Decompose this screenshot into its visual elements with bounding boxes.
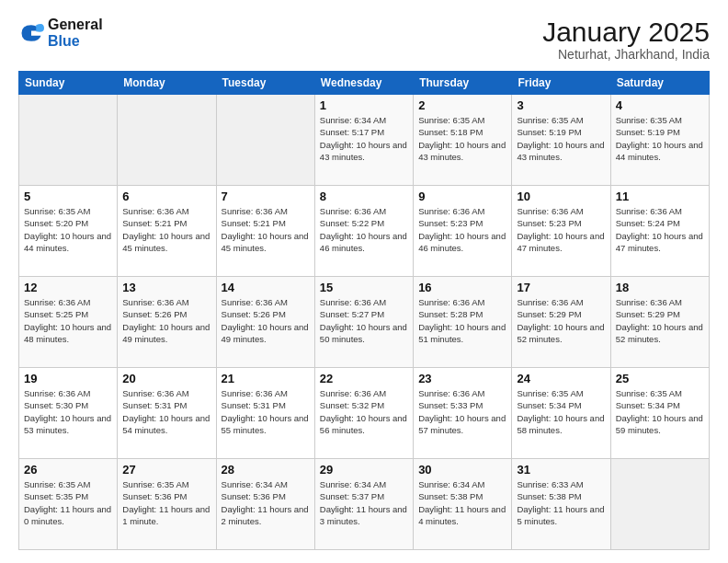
calendar-cell: 29Sunrise: 6:34 AMSunset: 5:37 PMDayligh… <box>314 459 413 550</box>
day-number: 12 <box>24 281 112 294</box>
calendar-week-4: 19Sunrise: 6:36 AMSunset: 5:30 PMDayligh… <box>19 368 710 459</box>
day-number: 23 <box>418 372 506 385</box>
day-number: 25 <box>616 372 704 385</box>
calendar-cell: 13Sunrise: 6:36 AMSunset: 5:26 PMDayligh… <box>118 277 216 368</box>
calendar-cell: 7Sunrise: 6:36 AMSunset: 5:21 PMDaylight… <box>216 186 314 277</box>
day-number: 14 <box>222 281 310 294</box>
day-number: 11 <box>616 190 704 203</box>
calendar-cell: 5Sunrise: 6:35 AMSunset: 5:20 PMDaylight… <box>19 186 118 277</box>
calendar-cell: 19Sunrise: 6:36 AMSunset: 5:30 PMDayligh… <box>19 368 118 459</box>
cell-info: Sunrise: 6:35 AMSunset: 5:19 PMDaylight:… <box>517 114 605 163</box>
cell-info: Sunrise: 6:33 AMSunset: 5:38 PMDaylight:… <box>517 478 605 527</box>
cell-info: Sunrise: 6:36 AMSunset: 5:30 PMDaylight:… <box>24 387 112 436</box>
calendar-week-2: 5Sunrise: 6:35 AMSunset: 5:20 PMDaylight… <box>19 186 710 277</box>
logo-icon <box>18 20 44 46</box>
cell-info: Sunrise: 6:35 AMSunset: 5:18 PMDaylight:… <box>418 114 506 163</box>
cell-info: Sunrise: 6:35 AMSunset: 5:34 PMDaylight:… <box>616 387 704 436</box>
calendar-cell: 10Sunrise: 6:36 AMSunset: 5:23 PMDayligh… <box>512 186 610 277</box>
calendar-cell <box>19 95 118 186</box>
calendar-cell: 31Sunrise: 6:33 AMSunset: 5:38 PMDayligh… <box>512 459 610 550</box>
calendar-cell: 24Sunrise: 6:35 AMSunset: 5:34 PMDayligh… <box>512 368 610 459</box>
calendar-cell: 3Sunrise: 6:35 AMSunset: 5:19 PMDaylight… <box>512 95 610 186</box>
header: General Blue January 2025 Neturhat, Jhar… <box>18 17 710 62</box>
day-number: 7 <box>222 190 310 203</box>
day-number: 27 <box>122 463 210 477</box>
calendar-cell: 18Sunrise: 6:36 AMSunset: 5:29 PMDayligh… <box>610 277 709 368</box>
weekday-header-thursday: Thursday <box>414 72 512 95</box>
day-number: 21 <box>222 372 310 385</box>
day-number: 3 <box>517 98 605 112</box>
day-number: 24 <box>517 372 605 385</box>
cell-info: Sunrise: 6:36 AMSunset: 5:23 PMDaylight:… <box>418 205 506 254</box>
day-number: 17 <box>517 281 605 294</box>
day-number: 13 <box>122 281 210 294</box>
calendar-cell: 28Sunrise: 6:34 AMSunset: 5:36 PMDayligh… <box>216 459 314 550</box>
calendar-cell <box>118 95 216 186</box>
cell-info: Sunrise: 6:36 AMSunset: 5:31 PMDaylight:… <box>222 387 310 436</box>
calendar-cell: 23Sunrise: 6:36 AMSunset: 5:33 PMDayligh… <box>414 368 512 459</box>
calendar-week-5: 26Sunrise: 6:35 AMSunset: 5:35 PMDayligh… <box>19 459 710 550</box>
calendar-cell <box>216 95 314 186</box>
weekday-header-saturday: Saturday <box>610 72 709 95</box>
calendar-cell: 21Sunrise: 6:36 AMSunset: 5:31 PMDayligh… <box>216 368 314 459</box>
day-number: 15 <box>320 281 408 294</box>
calendar-cell <box>610 459 709 550</box>
logo-text: General Blue <box>48 17 103 49</box>
calendar-cell: 27Sunrise: 6:35 AMSunset: 5:36 PMDayligh… <box>118 459 216 550</box>
weekday-header-wednesday: Wednesday <box>314 72 413 95</box>
day-number: 4 <box>616 98 704 112</box>
weekday-header-sunday: Sunday <box>19 72 118 95</box>
day-number: 19 <box>24 372 112 385</box>
day-number: 2 <box>418 98 506 112</box>
calendar-cell: 1Sunrise: 6:34 AMSunset: 5:17 PMDaylight… <box>314 95 413 186</box>
calendar-cell: 6Sunrise: 6:36 AMSunset: 5:21 PMDaylight… <box>118 186 216 277</box>
day-number: 20 <box>122 372 210 385</box>
cell-info: Sunrise: 6:35 AMSunset: 5:36 PMDaylight:… <box>122 478 210 527</box>
cell-info: Sunrise: 6:36 AMSunset: 5:26 PMDaylight:… <box>222 296 310 345</box>
calendar-cell: 25Sunrise: 6:35 AMSunset: 5:34 PMDayligh… <box>610 368 709 459</box>
cell-info: Sunrise: 6:36 AMSunset: 5:22 PMDaylight:… <box>320 205 408 254</box>
day-number: 31 <box>517 463 605 477</box>
cell-info: Sunrise: 6:34 AMSunset: 5:17 PMDaylight:… <box>320 114 408 163</box>
calendar-cell: 14Sunrise: 6:36 AMSunset: 5:26 PMDayligh… <box>216 277 314 368</box>
day-number: 30 <box>418 463 506 477</box>
calendar-cell: 11Sunrise: 6:36 AMSunset: 5:24 PMDayligh… <box>610 186 709 277</box>
day-number: 8 <box>320 190 408 203</box>
cell-info: Sunrise: 6:34 AMSunset: 5:37 PMDaylight:… <box>320 478 408 527</box>
weekday-header-monday: Monday <box>118 72 216 95</box>
cell-info: Sunrise: 6:34 AMSunset: 5:38 PMDaylight:… <box>418 478 506 527</box>
calendar-cell: 16Sunrise: 6:36 AMSunset: 5:28 PMDayligh… <box>414 277 512 368</box>
cell-info: Sunrise: 6:36 AMSunset: 5:32 PMDaylight:… <box>320 387 408 436</box>
day-number: 22 <box>320 372 408 385</box>
calendar-cell: 9Sunrise: 6:36 AMSunset: 5:23 PMDaylight… <box>414 186 512 277</box>
logo: General Blue <box>18 17 103 49</box>
cell-info: Sunrise: 6:36 AMSunset: 5:27 PMDaylight:… <box>320 296 408 345</box>
cell-info: Sunrise: 6:35 AMSunset: 5:34 PMDaylight:… <box>517 387 605 436</box>
calendar-cell: 26Sunrise: 6:35 AMSunset: 5:35 PMDayligh… <box>19 459 118 550</box>
cell-info: Sunrise: 6:36 AMSunset: 5:21 PMDaylight:… <box>222 205 310 254</box>
day-number: 16 <box>418 281 506 294</box>
cell-info: Sunrise: 6:36 AMSunset: 5:29 PMDaylight:… <box>517 296 605 345</box>
cell-info: Sunrise: 6:36 AMSunset: 5:23 PMDaylight:… <box>517 205 605 254</box>
weekday-header-row: SundayMondayTuesdayWednesdayThursdayFrid… <box>19 72 710 95</box>
calendar-cell: 20Sunrise: 6:36 AMSunset: 5:31 PMDayligh… <box>118 368 216 459</box>
cell-info: Sunrise: 6:36 AMSunset: 5:33 PMDaylight:… <box>418 387 506 436</box>
cell-info: Sunrise: 6:36 AMSunset: 5:29 PMDaylight:… <box>616 296 704 345</box>
cell-info: Sunrise: 6:35 AMSunset: 5:35 PMDaylight:… <box>24 478 112 527</box>
cell-info: Sunrise: 6:35 AMSunset: 5:20 PMDaylight:… <box>24 205 112 254</box>
cell-info: Sunrise: 6:35 AMSunset: 5:19 PMDaylight:… <box>616 114 704 163</box>
calendar-table: SundayMondayTuesdayWednesdayThursdayFrid… <box>18 71 710 550</box>
day-number: 10 <box>517 190 605 203</box>
calendar-cell: 30Sunrise: 6:34 AMSunset: 5:38 PMDayligh… <box>414 459 512 550</box>
cell-info: Sunrise: 6:36 AMSunset: 5:25 PMDaylight:… <box>24 296 112 345</box>
day-number: 9 <box>418 190 506 203</box>
title-block: January 2025 Neturhat, Jharkhand, India <box>542 17 710 62</box>
calendar-cell: 4Sunrise: 6:35 AMSunset: 5:19 PMDaylight… <box>610 95 709 186</box>
cell-info: Sunrise: 6:36 AMSunset: 5:26 PMDaylight:… <box>122 296 210 345</box>
calendar-cell: 12Sunrise: 6:36 AMSunset: 5:25 PMDayligh… <box>19 277 118 368</box>
calendar-subtitle: Neturhat, Jharkhand, India <box>542 47 710 62</box>
calendar-week-1: 1Sunrise: 6:34 AMSunset: 5:17 PMDaylight… <box>19 95 710 186</box>
calendar-cell: 8Sunrise: 6:36 AMSunset: 5:22 PMDaylight… <box>314 186 413 277</box>
day-number: 5 <box>24 190 112 203</box>
day-number: 28 <box>222 463 310 477</box>
